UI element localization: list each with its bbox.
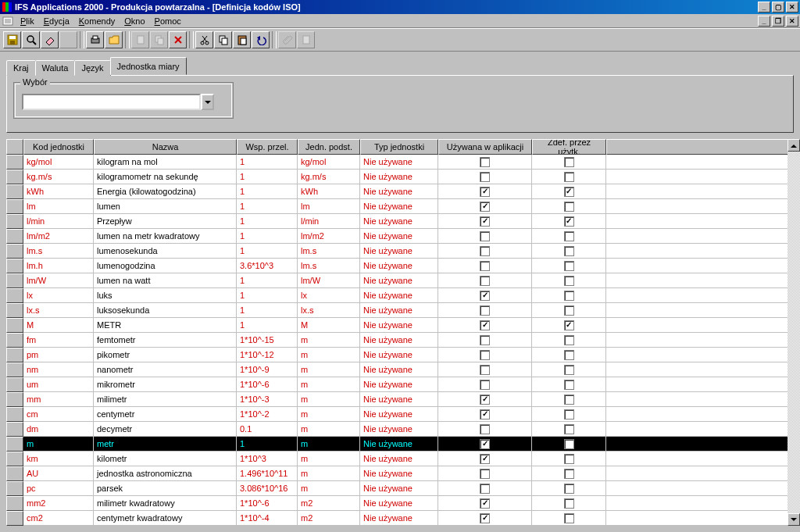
cell-used[interactable] [438,333,532,348]
cell-name[interactable]: kilogramometr na sekundę [94,170,237,184]
cell-base[interactable]: lm [298,199,360,214]
cell-code[interactable]: lm [23,199,94,214]
used-checkbox[interactable] [480,335,490,345]
cell-type[interactable]: Nie używane [360,229,438,244]
cell-name[interactable]: luks [94,288,237,303]
cell-defined[interactable] [532,288,606,303]
cell-type[interactable]: Nie używane [360,184,438,199]
defined-checkbox[interactable] [564,216,574,227]
cell-code[interactable]: mm2 [23,496,94,511]
menu-plik[interactable]: Plik [16,16,39,27]
row-header[interactable] [6,273,23,288]
row-header[interactable] [6,362,23,377]
cell-name[interactable]: kilometr [94,452,237,466]
cell-base[interactable]: lx [298,288,360,303]
cell-name[interactable]: metr [94,437,237,452]
cell-code[interactable]: fm [23,333,94,348]
row-header[interactable] [6,155,23,170]
row-selector-header[interactable] [6,139,23,155]
row-header[interactable] [6,214,23,229]
row-header[interactable] [6,199,23,214]
wybor-field[interactable] [22,94,201,110]
cell-type[interactable]: Nie używane [360,511,438,526]
used-checkbox[interactable] [480,231,490,241]
row-header[interactable] [6,496,23,511]
cell-defined[interactable] [532,318,606,333]
table-row[interactable]: mmmilimetr1*10^-3mNie używane [6,392,794,407]
cell-defined[interactable] [532,259,606,273]
cell-code[interactable]: pm [23,348,94,362]
cell-code[interactable]: nm [23,362,94,377]
cell-base[interactable]: lm.s [298,259,360,273]
cell-used[interactable] [438,229,532,244]
cell-base[interactable]: m [298,333,360,348]
scroll-track[interactable] [788,152,800,513]
cell-type[interactable]: Nie używane [360,155,438,170]
vertical-scrollbar[interactable] [788,139,800,526]
table-row[interactable]: cmcentymetr1*10^-2mNie używane [6,407,794,422]
tool-undo-icon[interactable] [252,31,270,48]
cell-defined[interactable] [532,377,606,392]
defined-checkbox[interactable] [564,395,574,405]
cell-base[interactable]: lm.s [298,244,360,259]
cell-factor[interactable]: 1 [237,273,298,288]
defined-checkbox[interactable] [564,469,574,479]
cell-used[interactable] [438,496,532,511]
table-row[interactable]: kWhEnergia (kilowatogodzina)1kWhNie używ… [6,184,794,199]
table-row[interactable]: lm/m2lumen na metr kwadratowy1lm/m2Nie u… [6,229,794,244]
used-checkbox[interactable] [480,409,490,420]
table-row[interactable]: lm.slumenosekunda1lm.sNie używane [6,244,794,259]
cell-type[interactable]: Nie używane [360,466,438,481]
defined-checkbox[interactable] [564,157,574,167]
cell-type[interactable]: Nie używane [360,199,438,214]
cell-factor[interactable]: 1*10^-9 [237,362,298,377]
row-header[interactable] [6,511,23,526]
used-checkbox[interactable] [480,498,490,509]
used-checkbox[interactable] [480,187,490,197]
cell-base[interactable]: m [298,466,360,481]
cell-used[interactable] [438,288,532,303]
row-header[interactable] [6,481,23,496]
cell-base[interactable]: m [298,348,360,362]
col-kod-jednostki[interactable]: Kod jednostki [23,139,94,155]
scroll-up-button[interactable] [788,139,800,152]
cell-code[interactable]: kWh [23,184,94,199]
row-header[interactable] [6,466,23,481]
cell-factor[interactable]: 1*10^-2 [237,407,298,422]
cell-code[interactable]: l/min [23,214,94,229]
cell-used[interactable] [438,273,532,288]
cell-factor[interactable]: 1*10^-6 [237,496,298,511]
cell-defined[interactable] [532,466,606,481]
menu-komendy[interactable]: Komendy [74,16,120,27]
table-row[interactable]: mmetr1mNie używane [6,437,794,452]
cell-defined[interactable] [532,214,606,229]
cell-defined[interactable] [532,333,606,348]
cell-factor[interactable]: 1*10^-15 [237,333,298,348]
used-checkbox[interactable] [480,350,490,360]
used-checkbox[interactable] [480,305,490,316]
table-row[interactable]: dmdecymetr0.1mNie używane [6,422,794,437]
tool-print-icon[interactable] [86,31,104,48]
cell-code[interactable]: cm [23,407,94,422]
row-header[interactable] [6,392,23,407]
cell-factor[interactable]: 1*10^-3 [237,392,298,407]
defined-checkbox[interactable] [564,305,574,316]
cell-used[interactable] [438,155,532,170]
cell-type[interactable]: Nie używane [360,481,438,496]
cell-used[interactable] [438,466,532,481]
tool-cut-icon[interactable] [195,31,213,48]
cell-name[interactable]: Energia (kilowatogodzina) [94,184,237,199]
cell-name[interactable]: lumen na watt [94,273,237,288]
table-row[interactable]: kmkilometr1*10^3mNie używane [6,452,794,466]
row-header[interactable] [6,288,23,303]
cell-defined[interactable] [532,155,606,170]
cell-defined[interactable] [532,481,606,496]
cell-base[interactable]: kg/mol [298,155,360,170]
cell-code[interactable]: mm [23,392,94,407]
cell-factor[interactable]: 1 [237,303,298,318]
cell-name[interactable]: lumen [94,199,237,214]
table-row[interactable]: lx.sluksosekunda1lx.sNie używane [6,303,794,318]
menu-pomoc[interactable]: Pomoc [150,16,186,27]
used-checkbox[interactable] [480,276,490,286]
cell-defined[interactable] [532,422,606,437]
